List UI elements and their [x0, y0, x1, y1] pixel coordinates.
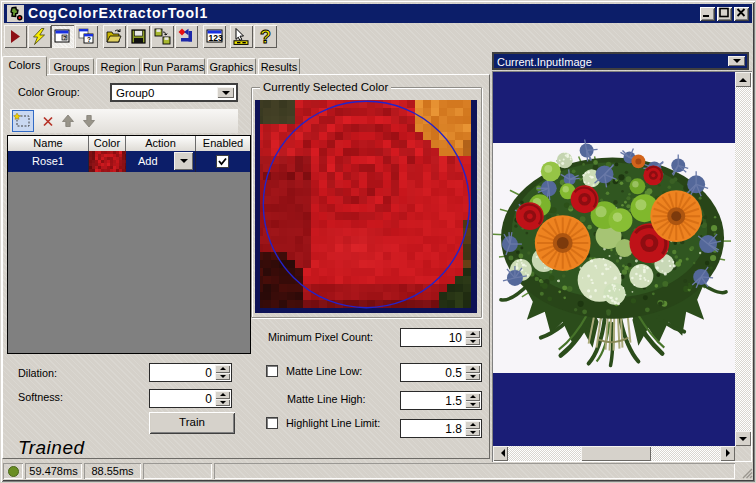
- svg-text:?: ?: [63, 35, 67, 41]
- svg-text:123: 123: [209, 33, 223, 43]
- svg-text:?: ?: [260, 28, 271, 45]
- svg-text:?: ?: [87, 36, 91, 43]
